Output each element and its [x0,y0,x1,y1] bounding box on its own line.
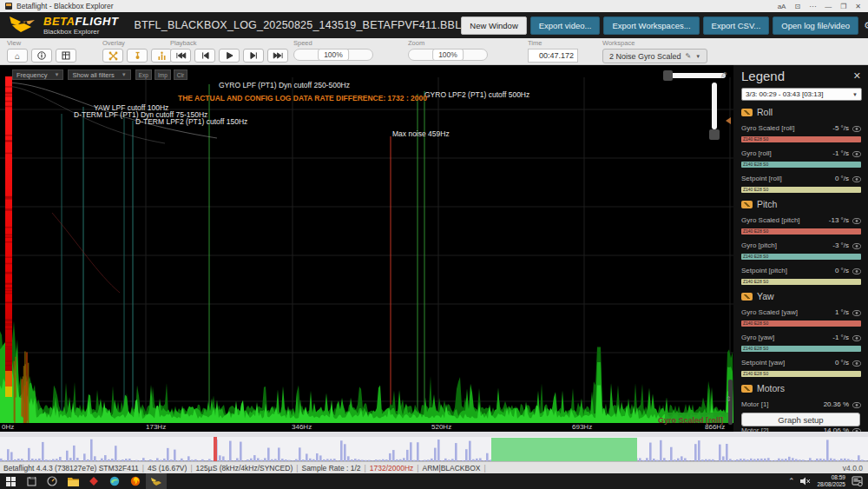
time-input[interactable]: 00:47.172 [528,49,578,63]
sticks-icon [133,51,142,61]
export-video-button[interactable]: Export video... [530,17,601,35]
play-button[interactable] [219,49,240,63]
new-window-button[interactable]: New Window [461,17,526,35]
visibility-eye-icon[interactable] [852,304,861,320]
clock[interactable]: 08:59 28/08/2025 [817,474,845,488]
visibility-eye-icon[interactable] [852,120,861,135]
filter-overlay-select[interactable]: Show all filters▼ [68,69,130,80]
legend-field[interactable]: Setpoint [roll]0 °/sZ140 E28 S0 [741,170,861,193]
legend-field[interactable]: Gyro Scaled [yaw]1 °/sZ140 E28 S0 [741,304,861,327]
spectrum-type-select[interactable]: Frequency▼ [12,69,63,80]
exp-curves-button[interactable]: Exp [135,69,152,80]
speed-slider[interactable]: 100% [293,49,373,61]
open-log-button[interactable]: Open log file/video [773,17,858,35]
step-back-button[interactable] [194,49,215,63]
legend-field[interactable]: Gyro [yaw]-1 °/sZ140 E28 S0 [741,329,861,352]
settings-gear-icon[interactable]: ⚙ [864,18,868,32]
legend-field[interactable]: Setpoint [pitch]0 °/sZ140 E28 S0 [741,262,861,285]
step-forward-button[interactable] [243,49,264,63]
craft-axis-icon [741,109,753,116]
task-view-button[interactable] [21,473,42,489]
visibility-eye-icon[interactable] [852,170,861,186]
zoom-slider[interactable]: 100% [408,49,488,61]
zoom-group-label: Zoom [408,39,488,47]
workspace-selector[interactable]: 2 Noise Gyro Scaled ✎ ▼ [602,49,707,63]
tab-preview-icon[interactable]: ⊡ [794,3,800,10]
edge-browser-button[interactable] [104,473,125,489]
overlay-group-label: Overlay [102,39,172,47]
maximize-button[interactable]: ❐ [840,3,846,10]
header-buttons: New WindowExport video...Export Workspac… [461,17,864,35]
legend-field[interactable]: Gyro Scaled [roll]-5 °/sZ140 E28 S0 [741,120,861,142]
spectrum-chart[interactable]: Frequency▼ Show all filters▼ ExpImpClr G… [0,65,733,432]
diamond-app-button[interactable] [83,473,104,489]
export-csv-button[interactable]: Export CSV... [703,17,770,35]
more-options-icon[interactable]: ⋯ [809,3,816,10]
selected-log-region[interactable] [491,438,637,461]
graph-setup-button[interactable]: Graph setup [741,413,860,426]
skip-to-start-button[interactable] [170,49,191,63]
speed-group-label: Speed [293,39,373,47]
visibility-eye-icon[interactable] [852,396,861,412]
playhead-marker[interactable] [214,437,217,461]
draw-tool-icon[interactable]: ✎ [719,71,728,78]
field-name: Gyro Scaled [pitch] [741,216,800,224]
axis-tick-label: 346Hz [292,423,312,431]
performance-app-button[interactable] [42,473,62,489]
status-segment: ARM|BLACKBOX [423,464,481,472]
field-name: Gyro Scaled [yaw] [741,308,798,316]
vzoom-handle[interactable] [709,129,720,140]
legend-field[interactable]: Gyro [pitch]-3 °/sZ140 E28 S0 [741,237,861,260]
start-button[interactable] [0,473,21,489]
betaflight-app-button[interactable] [146,473,167,489]
visibility-eye-icon[interactable] [852,212,861,228]
skip-to-end-button[interactable] [267,49,288,63]
visibility-eye-icon[interactable] [852,145,861,161]
imp-curves-button[interactable]: Imp [155,69,171,80]
text-size-icon[interactable]: aA [778,3,786,10]
home-button[interactable]: ⌂ [7,49,28,63]
status-separator: | [296,464,298,472]
notification-center-icon[interactable] [852,476,863,486]
legend-group-header[interactable]: Motors [741,383,861,393]
analyser-overlay-button[interactable] [151,49,172,63]
clr-curves-button[interactable]: Clr [174,69,187,80]
log-range-select[interactable]: 3/3: 00:29 - 03:43 [03:13]▼ [741,88,862,101]
minimize-button[interactable]: — [825,3,832,10]
firefox-browser-button[interactable] [125,473,146,489]
clock-time: 08:59 [817,474,845,481]
vertical-scrollbar[interactable]: ⇕ [728,380,733,425]
legend-field[interactable]: Gyro Scaled [pitch]-13 °/sZ140 E28 S0 [741,212,861,235]
visibility-eye-icon[interactable] [852,354,861,370]
filter-annotation: Max noise 459Hz [392,129,450,138]
legend-field[interactable]: Gyro [roll]-1 °/sZ140 E28 S0 [741,145,861,168]
close-button[interactable]: ✕ [855,3,861,10]
log-info-button[interactable] [31,49,52,63]
timeline-seekbar[interactable] [0,437,868,461]
field-name: Setpoint [pitch] [741,267,787,274]
volume-muted-icon[interactable] [800,477,811,486]
craft-overlay-button[interactable] [102,49,123,63]
hzoom-handle[interactable] [663,70,673,81]
visibility-eye-icon[interactable] [852,237,861,253]
status-bar: Betaflight 4.4.3 (738127e7e) STM32F411|4… [0,461,868,473]
visibility-eye-icon[interactable] [852,329,861,345]
status-segment: Sample Rate : 1/2 [301,464,360,472]
tray-expand-icon[interactable]: ⌃ [788,477,795,486]
timeline-waveform [0,437,868,461]
edit-workspace-icon[interactable]: ✎ [686,52,692,60]
status-separator: | [142,464,144,472]
legend-close-icon[interactable]: ✕ [853,70,861,82]
file-explorer-button[interactable] [62,473,83,489]
legend-group-header[interactable]: Yaw [741,291,861,301]
sticks-overlay-button[interactable] [127,49,148,63]
horizontal-zoom-slider[interactable] [668,73,726,78]
table-view-button[interactable] [56,49,76,63]
visibility-eye-icon[interactable] [852,262,861,278]
vertical-zoom-slider[interactable] [712,83,717,129]
legend-group-header[interactable]: Pitch [741,199,861,209]
export-workspaces-button[interactable]: Export Workspaces... [603,17,699,35]
field-color-bar: Z140 E28 S0 [741,320,861,327]
legend-field[interactable]: Setpoint [yaw]0 °/sZ140 E28 S0 [741,354,861,377]
legend-group-header[interactable]: Roll [741,107,861,117]
